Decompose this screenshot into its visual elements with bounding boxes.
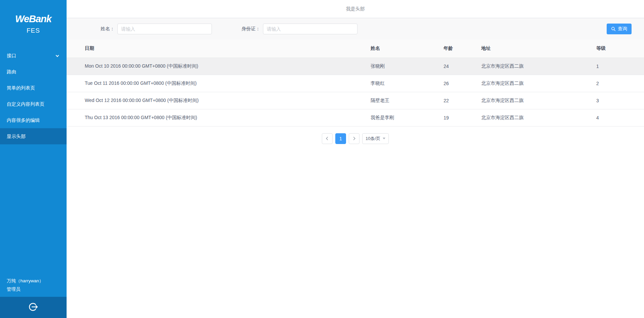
page-title: 我是头部 (346, 6, 365, 12)
logo-sub: FES (0, 27, 67, 34)
chevron-right-icon (352, 137, 355, 140)
cell-age: 19 (444, 109, 481, 126)
table-row: Mon Oct 10 2016 00:00:00 GMT+0800 (中国标准时… (67, 58, 644, 75)
logout-icon (28, 301, 39, 314)
cell-level: 4 (596, 109, 644, 126)
cell-age: 26 (444, 75, 481, 92)
cell-level: 3 (596, 92, 644, 109)
sidebar-item-label: 显示头部 (7, 134, 26, 139)
cell-name: 我爸是李刚 (371, 109, 444, 126)
sidebar-item[interactable]: 内容很多的编辑 (0, 112, 67, 128)
sidebar-item-label: 路由 (7, 69, 16, 74)
pagination-prev-button[interactable] (322, 133, 333, 144)
page-size-label: 10条/页 (366, 136, 380, 142)
sidebar-item[interactable]: 接口 (0, 47, 67, 64)
table-row: Tue Oct 11 2016 00:00:00 GMT+0800 (中国标准时… (67, 75, 644, 92)
sidebar-item-label: 接口 (7, 53, 16, 58)
sidebar-item[interactable]: 自定义内容列表页 (0, 96, 67, 112)
search-icon (611, 27, 616, 31)
name-input[interactable] (117, 24, 212, 34)
column-header: 姓名 (371, 39, 444, 58)
sidebar-item-label: 简单的列表页 (7, 85, 35, 91)
query-button-label: 查询 (618, 26, 627, 32)
id-field-label: 身份证： (241, 26, 260, 32)
caret-down-icon (383, 138, 385, 139)
sidebar-user-info: 万纯（harrywan） 管理员 (0, 277, 67, 297)
sidebar-item[interactable]: 显示头部 (0, 128, 67, 144)
sidebar-item-label: 内容很多的编辑 (7, 117, 40, 123)
table-row: Thu Oct 13 2016 00:00:00 GMT+0800 (中国标准时… (67, 109, 644, 126)
chevron-down-icon (56, 54, 59, 57)
logo-brand: WeBank (0, 13, 67, 25)
column-header: 年龄 (444, 39, 481, 58)
cell-date: Tue Oct 11 2016 00:00:00 GMT+0800 (中国标准时… (67, 75, 371, 92)
column-header: 等级 (596, 39, 644, 58)
cell-address: 北京市海淀区西二旗 (481, 58, 596, 75)
main-content: 我是头部 姓名： 身份证： 查询 日期姓名年龄地址等级 Mon Oct 10 2… (67, 0, 644, 144)
user-name: 万纯（harrywan） (7, 277, 67, 285)
user-role: 管理员 (7, 285, 67, 293)
table-row: Wed Oct 12 2016 00:00:00 GMT+0800 (中国标准时… (67, 92, 644, 109)
sidebar: WeBank FES 接口路由简单的列表页自定义内容列表页内容很多的编辑显示头部… (0, 0, 67, 318)
cell-address: 北京市海淀区西二旗 (481, 92, 596, 109)
cell-address: 北京市海淀区西二旗 (481, 75, 596, 92)
column-header: 地址 (481, 39, 596, 58)
cell-age: 22 (444, 92, 481, 109)
name-field-label: 姓名： (101, 26, 115, 32)
sidebar-item[interactable]: 简单的列表页 (0, 80, 67, 96)
table-header-row: 日期姓名年龄地址等级 (67, 39, 644, 58)
cell-date: Mon Oct 10 2016 00:00:00 GMT+0800 (中国标准时… (67, 58, 371, 75)
cell-name: 隔壁老王 (371, 92, 444, 109)
cell-address: 北京市海淀区西二旗 (481, 109, 596, 126)
id-input[interactable] (263, 24, 357, 34)
query-button[interactable]: 查询 (607, 24, 632, 34)
page-header: 我是头部 (67, 0, 644, 18)
sidebar-item[interactable]: 路由 (0, 64, 67, 80)
cell-name: 李晓红 (371, 75, 444, 92)
pagination: 1 10条/页 (67, 133, 644, 144)
chevron-left-icon (326, 137, 330, 140)
logout-button[interactable] (0, 297, 67, 318)
sidebar-item-label: 自定义内容列表页 (7, 101, 44, 107)
cell-date: Wed Oct 12 2016 00:00:00 GMT+0800 (中国标准时… (67, 92, 371, 109)
logo: WeBank FES (0, 0, 67, 34)
cell-age: 24 (444, 58, 481, 75)
cell-level: 2 (596, 75, 644, 92)
cell-level: 1 (596, 58, 644, 75)
cell-date: Thu Oct 13 2016 00:00:00 GMT+0800 (中国标准时… (67, 109, 371, 126)
search-bar: 姓名： 身份证： 查询 (67, 18, 644, 39)
cell-name: 张晓刚 (371, 58, 444, 75)
sidebar-menu: 接口路由简单的列表页自定义内容列表页内容很多的编辑显示头部 (0, 47, 67, 144)
page-size-select[interactable]: 10条/页 (362, 133, 389, 144)
column-header: 日期 (67, 39, 371, 58)
data-table: 日期姓名年龄地址等级 Mon Oct 10 2016 00:00:00 GMT+… (67, 39, 644, 127)
pagination-page-button[interactable]: 1 (335, 133, 346, 144)
pagination-next-button[interactable] (349, 133, 359, 144)
